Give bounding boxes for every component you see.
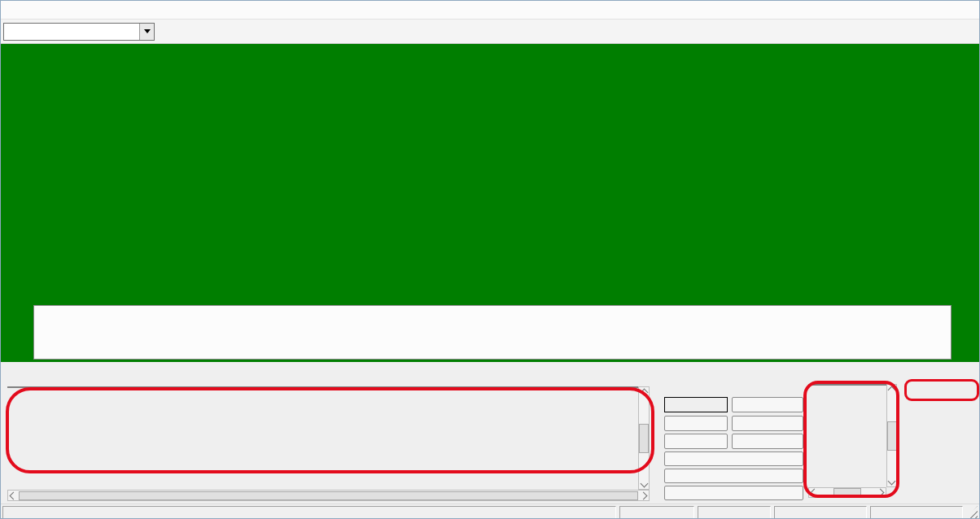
components-hscrollbar[interactable] — [808, 487, 886, 498]
scroll-up-icon[interactable] — [888, 386, 896, 395]
scroll-thumb[interactable] — [887, 421, 897, 451]
repeat-colors-step-button[interactable] — [664, 451, 803, 466]
scroll-down-icon[interactable] — [888, 478, 896, 486]
scroll-down-icon[interactable] — [640, 480, 648, 488]
status-x-inches — [619, 506, 694, 519]
resize-grip[interactable] — [966, 506, 978, 519]
app-window — [0, 0, 980, 519]
scroll-thumb[interactable] — [833, 488, 861, 497]
scroll-thumb[interactable] — [19, 491, 638, 500]
instructions-panel — [33, 305, 952, 360]
status-bar — [1, 504, 979, 519]
status-ready — [2, 506, 616, 519]
scroll-up-icon[interactable] — [640, 389, 648, 397]
unfreeze-colors-button[interactable] — [732, 416, 803, 431]
status-x-mm — [774, 506, 867, 519]
scroll-left-icon[interactable] — [10, 491, 18, 499]
status-y-mm — [870, 506, 963, 519]
combo-dropdown-button[interactable] — [139, 24, 154, 40]
remove-colors-button[interactable] — [732, 434, 803, 449]
part-table-hscrollbar[interactable] — [7, 490, 650, 501]
add-f2ps-to-steps-button[interactable] — [664, 469, 803, 483]
scroll-right-icon[interactable] — [877, 489, 885, 497]
scroll-left-icon[interactable] — [811, 489, 819, 497]
change-color-button[interactable] — [732, 397, 803, 412]
menu-bar — [1, 1, 979, 20]
print-assembly-documents-button[interactable] — [664, 486, 803, 500]
select-pn-combo[interactable] — [3, 23, 155, 41]
chevron-down-icon — [144, 29, 151, 33]
scroll-thumb[interactable] — [639, 424, 649, 453]
uncolor-1-pn-button[interactable] — [664, 416, 728, 431]
bottom-panel — [1, 362, 979, 504]
pcb-view[interactable] — [1, 44, 979, 362]
components-table — [808, 384, 888, 386]
status-y-inches — [698, 506, 771, 519]
scroll-right-icon[interactable] — [640, 491, 648, 499]
toolbar — [1, 20, 979, 44]
components-vscrollbar[interactable] — [886, 384, 897, 487]
part-table-vscrollbar[interactable] — [638, 386, 650, 490]
part-numbers-table — [7, 386, 640, 388]
select-pn-value — [4, 24, 139, 40]
selected-color-swatch[interactable] — [664, 397, 728, 412]
color-all-pns-button[interactable] — [664, 434, 728, 449]
